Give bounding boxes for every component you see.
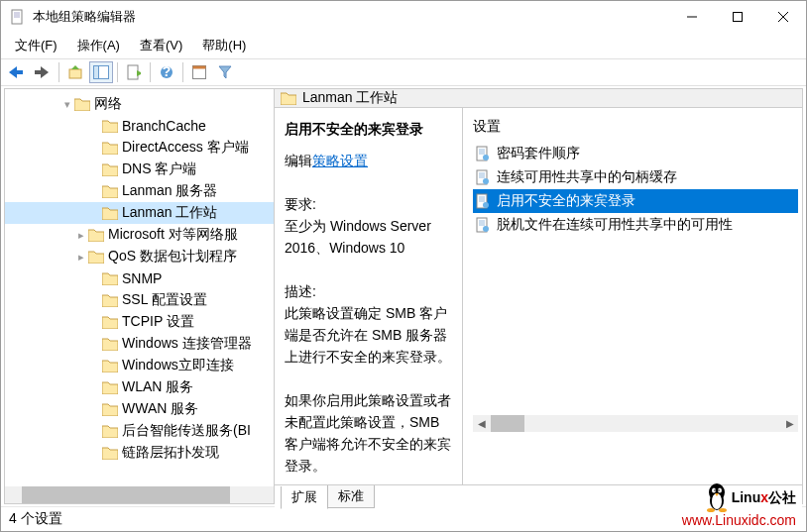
setting-icon	[475, 146, 491, 161]
close-button[interactable]	[760, 2, 806, 32]
svg-rect-11	[35, 70, 41, 74]
menu-bar: 文件(F) 操作(A) 查看(V) 帮助(H)	[1, 33, 806, 58]
svg-marker-22	[219, 66, 231, 78]
tab-extended[interactable]: 扩展	[281, 486, 328, 509]
tree-node[interactable]: 后台智能传送服务(BI	[5, 420, 275, 442]
tree-node[interactable]: ▾网络	[5, 93, 275, 115]
menu-view[interactable]: 查看(V)	[132, 35, 190, 56]
list-item[interactable]: 连续可用性共享中的句柄缓存	[473, 165, 798, 189]
tree-node[interactable]: ▸Microsoft 对等网络服	[5, 224, 275, 246]
tree-node[interactable]: SSL 配置设置	[5, 289, 275, 311]
setting-icon	[475, 217, 491, 233]
window-title: 本地组策略编辑器	[33, 8, 669, 26]
tree-node-label: QoS 数据包计划程序	[108, 248, 237, 266]
list-item-label: 密码套件顺序	[497, 145, 580, 162]
settings-column-header[interactable]: 设置	[473, 118, 798, 136]
tree-node[interactable]: SNMP	[5, 267, 275, 289]
tree-node[interactable]: WWAN 服务	[5, 398, 275, 420]
tree-node-label: 网络	[94, 95, 122, 113]
list-item[interactable]: 密码套件顺序	[473, 142, 798, 165]
setting-icon	[475, 193, 491, 209]
edit-policy-link[interactable]: 策略设置	[312, 153, 368, 168]
tree-node-label: SNMP	[122, 270, 162, 286]
toolbar-separator	[182, 62, 183, 82]
description-label: 描述:	[285, 280, 454, 302]
svg-point-37	[483, 202, 489, 208]
menu-file[interactable]: 文件(F)	[7, 35, 65, 56]
tree-node-label: WWAN 服务	[122, 400, 198, 418]
svg-marker-13	[71, 65, 79, 69]
list-item-label: 脱机文件在连续可用性共享中的可用性	[497, 216, 733, 234]
list-horizontal-scrollbar[interactable]: ◀ ▶	[473, 415, 798, 432]
tree-horizontal-scrollbar[interactable]	[5, 486, 274, 503]
tree-node[interactable]: 链路层拓扑发现	[5, 442, 275, 464]
back-button[interactable]	[5, 61, 29, 83]
tree-twisty-icon[interactable]: ▸	[74, 229, 88, 242]
minimize-button[interactable]	[669, 2, 715, 32]
help-button[interactable]: ?	[155, 61, 178, 83]
toolbar-separator	[58, 62, 59, 82]
menu-help[interactable]: 帮助(H)	[194, 35, 254, 56]
svg-rect-21	[193, 66, 206, 69]
detail-tabs: 扩展 标准	[275, 484, 802, 508]
tree-node[interactable]: DNS 客户端	[5, 159, 275, 180]
tree-node[interactable]: ▸QoS 数据包计划程序	[5, 246, 275, 267]
tree-pane[interactable]: ▾网络BranchCacheDirectAccess 客户端DNS 客户端Lan…	[5, 89, 275, 503]
list-item-label: 连续可用性共享中的句柄缓存	[497, 168, 677, 186]
toolbar-separator	[117, 62, 118, 82]
svg-rect-16	[128, 65, 138, 79]
status-bar: 4 个设置	[1, 506, 806, 530]
tree-node[interactable]: Windows立即连接	[5, 355, 275, 376]
status-text: 4 个设置	[9, 510, 62, 528]
setting-icon	[475, 169, 491, 185]
tree-node-label: Lanman 服务器	[122, 182, 217, 200]
list-item[interactable]: 启用不安全的来宾登录	[473, 189, 798, 213]
tree-node[interactable]: DirectAccess 客户端	[5, 137, 275, 159]
tree-twisty-icon[interactable]: ▾	[60, 98, 74, 111]
tree-node-label: 后台智能传送服务(BI	[122, 422, 251, 440]
up-button[interactable]	[63, 61, 87, 83]
forward-button[interactable]	[31, 61, 55, 83]
tree-twisty-icon[interactable]: ▸	[74, 251, 88, 264]
description-text-2: 如果你启用此策略设置或者未配置此策略设置，SMB 客户端将允许不安全的来宾登录。	[285, 389, 454, 477]
description-text-1: 此策略设置确定 SMB 客户端是否允许在 SMB 服务器上进行不安全的来宾登录。	[285, 302, 454, 368]
tree-node[interactable]: WLAN 服务	[5, 376, 275, 398]
tree-node-label: BranchCache	[122, 118, 206, 134]
svg-marker-10	[41, 66, 49, 78]
svg-marker-17	[137, 70, 141, 76]
menu-action[interactable]: 操作(A)	[69, 35, 128, 56]
tree-node[interactable]: TCPIP 设置	[5, 311, 275, 333]
detail-header: Lanman 工作站	[275, 89, 802, 108]
scroll-left-icon[interactable]: ◀	[473, 418, 490, 429]
show-hide-tree-button[interactable]	[89, 61, 113, 83]
description-column: 启用不安全的来宾登录 编辑策略设置 要求: 至少为 Windows Server…	[275, 108, 463, 484]
svg-point-32	[483, 178, 489, 184]
svg-text:?: ?	[163, 65, 172, 79]
policy-title: 启用不安全的来宾登录	[285, 118, 454, 140]
tree-node-label: 链路层拓扑发现	[122, 444, 219, 462]
tab-standard[interactable]: 标准	[327, 485, 375, 508]
list-item[interactable]: 脱机文件在连续可用性共享中的可用性	[473, 213, 798, 237]
tree-node[interactable]: BranchCache	[5, 115, 275, 137]
tree-node-label: Windows 连接管理器	[122, 335, 252, 353]
maximize-button[interactable]	[715, 2, 760, 32]
tree-node[interactable]: Lanman 服务器	[5, 180, 275, 202]
filter-button[interactable]	[213, 61, 237, 83]
svg-rect-15	[94, 66, 99, 79]
tree-node[interactable]: Windows 连接管理器	[5, 333, 275, 355]
title-bar: 本地组策略编辑器	[1, 1, 806, 33]
toolbar-separator	[150, 62, 151, 82]
tree-node-label: Microsoft 对等网络服	[108, 226, 238, 244]
svg-rect-5	[734, 12, 743, 21]
svg-point-27	[483, 155, 489, 160]
properties-button[interactable]	[187, 61, 211, 83]
tree-node-label: DNS 客户端	[122, 160, 196, 178]
detail-header-title: Lanman 工作站	[302, 89, 398, 107]
svg-rect-12	[69, 69, 81, 78]
scroll-right-icon[interactable]: ▶	[781, 418, 798, 429]
tree-node-label: TCPIP 设置	[122, 313, 194, 331]
tree-node-label: WLAN 服务	[122, 378, 193, 396]
tree-node[interactable]: Lanman 工作站	[5, 202, 275, 224]
tree-node-label: Windows立即连接	[122, 357, 234, 374]
export-button[interactable]	[122, 61, 146, 83]
